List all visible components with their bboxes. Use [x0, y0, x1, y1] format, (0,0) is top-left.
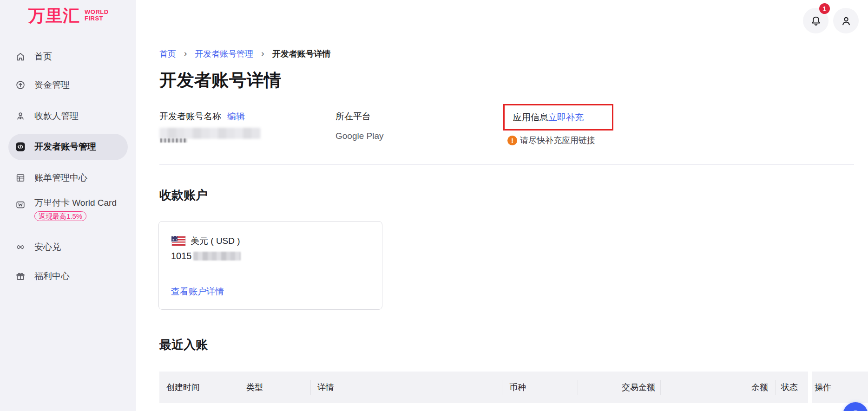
user-icon	[840, 15, 852, 27]
sidebar-item-world-card[interactable]: 万里付卡 World Card 返现最高1.5%	[0, 195, 136, 228]
usd-account-card: 美元 ( USD ) 1015 查看账户详情	[158, 221, 382, 310]
sidebar-item-bills[interactable]: 账单管理中心	[0, 165, 136, 191]
sidebar-item-funds[interactable]: 资金管理	[0, 72, 136, 98]
notification-count-badge: 1	[819, 3, 830, 14]
blurred-account-number	[193, 252, 241, 261]
bill-icon	[15, 173, 26, 183]
blurred-text	[159, 128, 261, 139]
breadcrumb-home[interactable]: 首页	[159, 48, 176, 59]
chevron-right-icon: ›	[261, 48, 264, 59]
sidebar-item-label: 福利中心	[34, 270, 70, 282]
transactions-table-header: 创建时间 类型 详情 币种 交易金额 余额 状态 操作	[159, 372, 868, 403]
warning-text: 请尽快补充应用链接	[520, 135, 595, 146]
receiving-account-title: 收款账户	[159, 187, 208, 203]
account-menu-button[interactable]	[833, 8, 859, 33]
logo-text-en: WORLD FIRST	[85, 9, 109, 22]
logo-text-cn: 万里汇	[28, 7, 80, 24]
chevron-right-icon: ›	[184, 48, 187, 59]
app-info-section: 应用信息 立即补充 ! 请尽快补充应用链接	[503, 104, 613, 146]
gift-icon	[15, 271, 26, 281]
fixed-column-gap	[808, 372, 812, 403]
main-content: 1 首页 › 开发者账号管理 › 开发者账号详情 开发者账号详情 开发者账号名称…	[136, 0, 868, 411]
column-header-balance: 余额	[660, 372, 775, 403]
sidebar-item-developer-accounts[interactable]: 开发者账号管理	[0, 134, 136, 160]
red-highlight-box: 应用信息 立即补充	[503, 104, 613, 130]
warning-message: ! 请尽快补充应用链接	[507, 135, 613, 146]
blurred-text	[160, 138, 187, 143]
worldfirst-logo[interactable]: 万里汇 WORLD FIRST	[28, 7, 109, 24]
world-card-icon	[15, 200, 26, 210]
account-number: 1015	[171, 251, 241, 261]
column-header-actions: 操作	[812, 372, 868, 403]
warning-icon: !	[507, 136, 517, 145]
recent-transactions-title: 最近入账	[159, 337, 208, 353]
sidebar-item-benefits[interactable]: 福利中心	[0, 263, 136, 289]
column-header-type: 类型	[240, 372, 310, 403]
view-account-details-link[interactable]: 查看账户详情	[171, 286, 224, 298]
developer-account-name-field: 开发者账号名称 编辑	[159, 111, 245, 123]
divider	[159, 164, 854, 165]
platform-label: 所在平台	[335, 111, 371, 123]
funds-icon	[15, 80, 26, 90]
breadcrumb-developer-accounts[interactable]: 开发者账号管理	[195, 48, 253, 59]
developer-code-icon	[15, 142, 26, 152]
currency-label: 美元 ( USD )	[191, 235, 240, 247]
sidebar-item-label: 安心兑	[34, 241, 61, 253]
column-header-amount: 交易金额	[578, 372, 660, 403]
sidebar: 万里汇 WORLD FIRST 首页 资金管理 收款人管理 开发者账号管理	[0, 0, 136, 411]
cashback-badge: 返现最高1.5%	[34, 211, 86, 221]
account-number-prefix: 1015	[171, 251, 192, 261]
sidebar-item-label: 账单管理中心	[34, 172, 87, 184]
help-button[interactable]: ?	[843, 402, 868, 411]
sidebar-item-home[interactable]: 首页	[0, 44, 136, 70]
sidebar-item-label: 资金管理	[34, 79, 70, 91]
sidebar-item-label: 收款人管理	[34, 110, 79, 122]
app-info-label: 应用信息	[513, 111, 548, 124]
notifications-button[interactable]: 1	[803, 8, 829, 33]
currency-row: 美元 ( USD )	[171, 235, 240, 247]
breadcrumb-current: 开发者账号详情	[272, 48, 331, 59]
sidebar-item-label: 开发者账号管理	[34, 141, 96, 153]
column-header-created-time: 创建时间	[159, 372, 240, 403]
sidebar-item-exchange[interactable]: 安心兑	[0, 234, 136, 260]
sidebar-item-label: 万里付卡 World Card	[34, 197, 117, 209]
page-title: 开发者账号详情	[159, 69, 282, 92]
bell-icon	[810, 15, 822, 27]
platform-value: Google Play	[335, 131, 384, 141]
account-name-redacted-value	[159, 127, 261, 143]
column-header-details: 详情	[310, 372, 502, 403]
payee-icon	[15, 111, 26, 121]
exchange-icon	[15, 242, 26, 252]
complete-now-link[interactable]: 立即补充	[548, 111, 584, 124]
us-flag-icon	[171, 236, 186, 246]
column-header-currency: 币种	[502, 372, 578, 403]
home-icon	[15, 52, 26, 62]
edit-link[interactable]: 编辑	[227, 111, 245, 123]
account-name-label: 开发者账号名称	[159, 111, 221, 123]
column-header-status: 状态	[775, 372, 808, 403]
sidebar-item-label: 首页	[34, 51, 52, 63]
breadcrumb: 首页 › 开发者账号管理 › 开发者账号详情	[159, 48, 331, 59]
sidebar-item-payees[interactable]: 收款人管理	[0, 103, 136, 129]
